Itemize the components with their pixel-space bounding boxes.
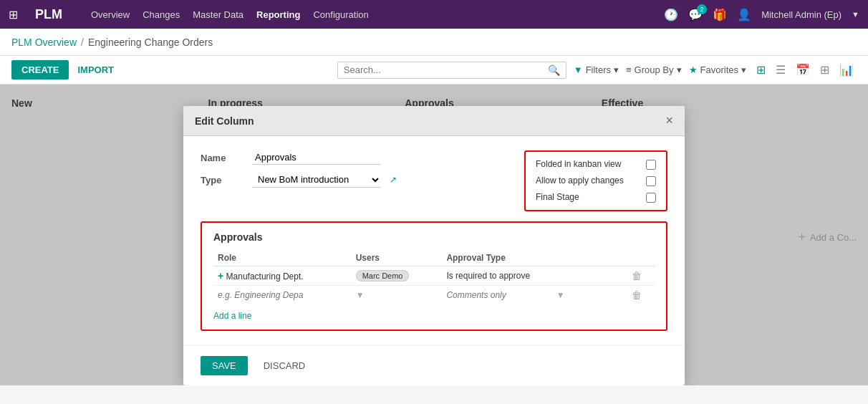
edit-column-modal: Edit Column × Name Type Ne xyxy=(183,106,685,385)
allow-checkbox[interactable] xyxy=(646,176,656,186)
nav-links: Overview Changes Master Data Reporting C… xyxy=(91,9,650,20)
type-label: Type xyxy=(201,175,243,186)
search-icon: 🔍 xyxy=(548,64,560,76)
graph-view-icon[interactable]: 📊 xyxy=(836,62,857,78)
sub-header: PLM Overview / Engineering Change Orders xyxy=(0,29,868,56)
groupby-icon: ≡ xyxy=(626,64,632,75)
form-fields: Name Type New BoM introduction ↗ xyxy=(201,150,507,195)
placeholder-approval-cell: ▼ xyxy=(442,286,627,305)
approval-placeholder-input[interactable] xyxy=(446,290,554,300)
final-checkbox-row: Final Stage xyxy=(536,192,656,203)
placeholder-role-cell xyxy=(213,286,352,305)
modal-body: Name Type New BoM introduction ↗ xyxy=(183,136,685,345)
filter-icon: ▼ xyxy=(574,64,583,75)
top-navigation: ⊞ PLM Overview Changes Master Data Repor… xyxy=(0,0,868,29)
modal-overlay: Edit Column × Name Type Ne xyxy=(0,85,868,385)
groupby-arrow: ▾ xyxy=(677,64,682,75)
nav-masterdata[interactable]: Master Data xyxy=(193,9,243,20)
chat-icon-wrap[interactable]: 💬 2 xyxy=(688,8,703,21)
user-badge[interactable]: Marc Demo xyxy=(356,270,410,282)
modal-footer: SAVE DISCARD xyxy=(183,345,685,385)
avatar-icon[interactable]: 👤 xyxy=(737,8,751,21)
role-placeholder-input[interactable] xyxy=(218,290,304,300)
nav-right: 🕐 💬 2 🎁 👤 Mitchell Admin (Ep) ▼ xyxy=(664,8,859,21)
kanban-area: New In progress Approvals Effective + Ad… xyxy=(0,85,868,385)
checkbox-section: Folded in kanban view Allow to apply cha… xyxy=(524,150,667,211)
create-button[interactable]: CREATE xyxy=(11,60,69,80)
external-link-icon[interactable]: ↗ xyxy=(390,175,397,185)
delete-new-row-icon[interactable]: 🗑 xyxy=(632,289,642,301)
app-brand: PLM xyxy=(35,7,62,22)
approval-dropdown-icon[interactable]: ▼ xyxy=(556,290,565,300)
col-users-header: Users xyxy=(352,250,443,266)
modal-header: Edit Column × xyxy=(183,106,685,136)
type-row: Type New BoM introduction ↗ xyxy=(201,172,507,188)
modal-title: Edit Column xyxy=(195,115,254,127)
row-plus-icon: + xyxy=(218,270,223,282)
discard-button[interactable]: DISCARD xyxy=(255,356,314,375)
kanban-view-icon[interactable]: ⊞ xyxy=(753,62,768,78)
import-button[interactable]: IMPORT xyxy=(77,64,114,75)
folded-checkbox[interactable] xyxy=(646,160,656,170)
filters-button[interactable]: ▼ Filters ▾ xyxy=(574,64,619,75)
grid-icon[interactable]: ⊞ xyxy=(9,8,18,21)
filters-arrow: ▾ xyxy=(614,64,619,75)
name-row: Name xyxy=(201,150,507,165)
name-input[interactable] xyxy=(252,150,381,165)
users-cell: Marc Demo xyxy=(352,266,443,286)
save-button[interactable]: SAVE xyxy=(201,356,248,375)
add-line-link[interactable]: Add a line xyxy=(213,311,251,321)
name-label: Name xyxy=(201,153,243,163)
user-dropdown-icon[interactable]: ▼ xyxy=(852,10,859,19)
approvals-section: Approvals Role Users Approval Type xyxy=(201,221,667,331)
star-icon: ★ xyxy=(689,64,698,75)
groupby-button[interactable]: ≡ Group By ▾ xyxy=(626,64,682,75)
search-bar: 🔍 xyxy=(337,62,566,79)
folded-checkbox-label: Folded in kanban view xyxy=(536,159,621,169)
calendar-view-icon[interactable]: 📅 xyxy=(793,62,813,78)
nav-overview[interactable]: Overview xyxy=(91,9,130,20)
breadcrumb-parent[interactable]: PLM Overview xyxy=(11,37,77,48)
groupby-label: Group By xyxy=(635,64,674,75)
favorites-label: Favorites xyxy=(700,64,738,75)
folded-checkbox-row: Folded in kanban view xyxy=(536,159,656,170)
view-icons: ⊞ ☰ 📅 ⊞ 📊 xyxy=(753,62,857,78)
approval-type-value: Is required to approve xyxy=(446,271,530,281)
new-approval-row: ▼ ▼ 🗑 xyxy=(213,286,655,305)
nav-configuration[interactable]: Configuration xyxy=(313,9,368,20)
breadcrumb-separator: / xyxy=(81,37,84,48)
form-top-row: Name Type New BoM introduction ↗ xyxy=(201,150,667,211)
search-input[interactable] xyxy=(344,64,548,75)
favorites-arrow: ▾ xyxy=(741,64,746,75)
breadcrumb: PLM Overview / Engineering Change Orders xyxy=(11,37,213,48)
list-view-icon[interactable]: ☰ xyxy=(773,62,789,78)
allow-checkbox-row: Allow to apply changes xyxy=(536,175,656,186)
pivot-view-icon[interactable]: ⊞ xyxy=(817,62,832,78)
col-approval-header: Approval Type xyxy=(442,250,627,266)
toolbar: CREATE IMPORT 🔍 ▼ Filters ▾ ≡ Group By ▾… xyxy=(0,56,868,85)
col-role-header: Role xyxy=(213,250,352,266)
role-value: Manufacturing Dept. xyxy=(226,271,304,282)
nav-changes[interactable]: Changes xyxy=(143,9,180,20)
role-cell: + Manufacturing Dept. xyxy=(213,266,352,286)
gift-icon[interactable]: 🎁 xyxy=(713,8,727,21)
breadcrumb-current: Engineering Change Orders xyxy=(88,37,213,48)
notification-badge: 2 xyxy=(697,4,707,14)
nav-reporting[interactable]: Reporting xyxy=(256,9,300,20)
clock-icon[interactable]: 🕐 xyxy=(664,8,678,21)
final-checkbox-label: Final Stage xyxy=(536,192,579,202)
approvals-section-title: Approvals xyxy=(213,231,655,243)
delete-row-icon[interactable]: 🗑 xyxy=(632,270,642,282)
allow-checkbox-label: Allow to apply changes xyxy=(536,175,624,186)
table-row: + Manufacturing Dept. Marc Demo Is requi… xyxy=(213,266,655,286)
approval-type-cell: Is required to approve xyxy=(442,266,627,286)
type-select[interactable]: New BoM introduction xyxy=(252,172,381,188)
user-label[interactable]: Mitchell Admin (Ep) xyxy=(761,9,842,20)
final-checkbox[interactable] xyxy=(646,193,656,203)
placeholder-user-cell: ▼ xyxy=(352,286,443,305)
favorites-button[interactable]: ★ Favorites ▾ xyxy=(689,64,746,75)
modal-close-button[interactable]: × xyxy=(665,113,673,128)
filters-label: Filters xyxy=(586,64,611,75)
user-dropdown-icon[interactable]: ▼ xyxy=(356,290,365,300)
approvals-table: Role Users Approval Type + xyxy=(213,250,655,304)
